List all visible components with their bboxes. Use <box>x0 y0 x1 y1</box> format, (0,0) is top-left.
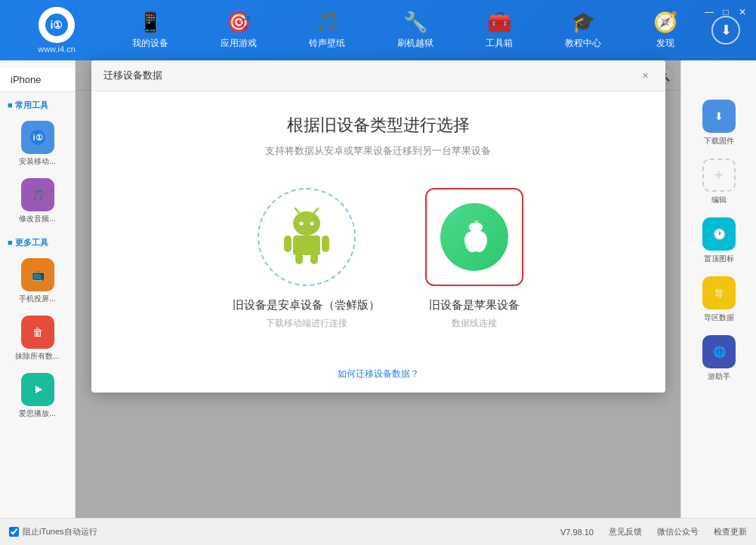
pinned-icon: 🕐 <box>702 217 736 251</box>
sidebar-section-common-tools: ■ 常用工具 <box>0 92 75 115</box>
sidebar-item-audio[interactable]: 🎵 修改音频... <box>0 172 75 229</box>
player-label: 爱思播放... <box>19 409 55 418</box>
android-option-title: 旧设备是安卓设备（尝鲜版） <box>233 298 380 313</box>
logo-area: i① www.i4.cn <box>8 7 106 54</box>
nav-ringtones-label: 铃声壁纸 <box>309 37 345 50</box>
right-sidebar: ⬇ 下载固件 + 编辑 🕐 置顶图标 导 导区数据 🌐 游助手 <box>680 60 756 518</box>
right-item-region[interactable]: 导 导区数据 <box>681 270 756 329</box>
minimize-button[interactable]: — <box>703 6 715 18</box>
modal-main-title: 根据旧设备类型进行选择 <box>287 114 470 137</box>
apple-option-sub: 数据线连接 <box>452 317 497 330</box>
nav-apps-games-label: 应用游戏 <box>221 37 257 50</box>
svg-text:🕐: 🕐 <box>712 228 726 241</box>
device-tab[interactable]: iPhone <box>0 68 75 92</box>
svg-rect-17 <box>293 236 320 255</box>
modal-header: 迁移设备数据 × <box>91 60 665 91</box>
modal-title: 迁移设备数据 <box>103 69 162 82</box>
svg-line-15 <box>295 208 299 213</box>
firmware-icon: ⬇ <box>702 100 736 133</box>
firmware-label: 下载固件 <box>704 136 734 146</box>
itunes-checkbox[interactable] <box>9 527 19 537</box>
pinned-label: 置顶图标 <box>704 254 734 264</box>
svg-text:📺: 📺 <box>31 269 45 282</box>
logo-subtitle: www.i4.cn <box>38 45 76 54</box>
svg-text:导: 导 <box>714 288 724 299</box>
install-icon: i① <box>21 121 54 154</box>
nav-apps-games[interactable]: 🎯 应用游戏 <box>208 5 269 56</box>
migrate-modal: 迁移设备数据 × 根据旧设备类型进行选择 支持将数据从安卓或苹果设备迁移到另一台… <box>91 60 665 393</box>
install-label: 安装移动... <box>19 157 55 166</box>
apple-icon-wrap <box>425 188 523 286</box>
modal-subtitle: 支持将数据从安卓或苹果设备迁移到另一台苹果设备 <box>265 144 491 158</box>
svg-point-12 <box>293 211 320 236</box>
feedback-link[interactable]: 意见反馈 <box>609 526 642 537</box>
nav-tutorial[interactable]: 🎓 教程中心 <box>553 5 613 56</box>
android-option[interactable]: 旧设备是安卓设备（尝鲜版） 下载移动端进行连接 <box>233 188 380 330</box>
add-icon[interactable]: + <box>702 159 736 192</box>
sidebar-item-wipe[interactable]: 🗑 抹除所有数... <box>0 309 75 367</box>
nav-discover-label: 发现 <box>656 37 674 50</box>
modal-close-button[interactable]: × <box>638 68 653 83</box>
apps-games-icon: 🎯 <box>227 11 251 34</box>
nav-toolbox-label: 工具箱 <box>486 37 513 50</box>
window-controls: — □ ✕ <box>703 6 748 18</box>
region-label: 导区数据 <box>704 313 734 323</box>
nav-my-device[interactable]: 📱 我的设备 <box>120 5 181 56</box>
svg-text:🌐: 🌐 <box>712 346 726 359</box>
right-item-add[interactable]: + 编辑 <box>681 152 756 211</box>
main-content: 🔍 迁移设备数据 × 根据旧设备类型进行选择 支持将数据从安卓或苹果设备迁移到另… <box>76 60 680 518</box>
region-icon: 导 <box>702 276 736 309</box>
screen-icon: 📺 <box>21 258 54 291</box>
close-button[interactable]: ✕ <box>736 6 748 18</box>
svg-text:⬇: ⬇ <box>714 110 724 122</box>
screen-label: 手机投屏... <box>19 294 55 303</box>
right-item-pinned[interactable]: 🕐 置顶图标 <box>681 211 756 270</box>
nav-items: 📱 我的设备 🎯 应用游戏 🎵 铃声壁纸 🔧 刷机越狱 🧰 工具箱 🎓 教程中心… <box>106 5 703 56</box>
help-link[interactable]: 如何迁移设备数据？ <box>338 368 419 380</box>
svg-text:i①: i① <box>51 19 63 31</box>
jailbreak-icon: 🔧 <box>403 11 427 34</box>
my-device-icon: 📱 <box>138 11 162 34</box>
android-icon-wrap <box>258 188 356 286</box>
top-nav: i① www.i4.cn 📱 我的设备 🎯 应用游戏 🎵 铃声壁纸 🔧 刷机越狱… <box>0 0 756 60</box>
toolbox-icon: 🧰 <box>487 11 511 34</box>
wipe-icon: 🗑 <box>21 316 54 349</box>
add-label: 编辑 <box>711 195 727 205</box>
sidebar-section-more-tools: ■ 更多工具 <box>0 229 75 252</box>
game-label: 游助手 <box>708 371 730 382</box>
download-button[interactable]: ⬇ <box>711 16 740 45</box>
right-item-game[interactable]: 🌐 游助手 <box>681 329 756 388</box>
right-item-firmware[interactable]: ⬇ 下载固件 <box>681 94 756 152</box>
svg-rect-18 <box>284 236 292 252</box>
device-options: 旧设备是安卓设备（尝鲜版） 下载移动端进行连接 <box>233 188 523 330</box>
player-icon <box>21 373 54 406</box>
apple-option[interactable]: 旧设备是苹果设备 数据线连接 <box>425 188 523 330</box>
nav-toolbox[interactable]: 🧰 工具箱 <box>474 5 525 56</box>
svg-text:🎵: 🎵 <box>31 189 45 202</box>
ringtones-icon: 🎵 <box>315 11 339 34</box>
wipe-label: 抹除所有数... <box>15 352 59 361</box>
maximize-button[interactable]: □ <box>720 6 732 18</box>
update-link[interactable]: 检查更新 <box>714 526 747 537</box>
sidebar-item-install[interactable]: i① 安装移动... <box>0 115 75 172</box>
nav-discover[interactable]: 🧭 发现 <box>641 5 690 56</box>
itunes-label: 阻止iTunes自动运行 <box>23 526 97 537</box>
content-area: iPhone ■ 常用工具 i① 安装移动... 🎵 修改音频... ■ 更多工… <box>0 60 756 518</box>
logo-icon: i① <box>39 7 75 43</box>
audio-icon: 🎵 <box>21 178 54 211</box>
itunes-checkbox-wrap[interactable]: 阻止iTunes自动运行 <box>9 526 97 537</box>
nav-jailbreak[interactable]: 🔧 刷机越狱 <box>385 5 446 56</box>
svg-point-13 <box>299 222 303 226</box>
nav-right: ⬇ <box>703 16 748 45</box>
svg-rect-20 <box>295 254 303 264</box>
discover-icon: 🧭 <box>653 11 677 34</box>
audio-label: 修改音频... <box>19 214 55 223</box>
sidebar-item-screen[interactable]: 📺 手机投屏... <box>0 252 75 309</box>
android-option-sub: 下载移动端进行连接 <box>266 317 347 330</box>
nav-ringtones[interactable]: 🎵 铃声壁纸 <box>297 5 357 56</box>
svg-text:i①: i① <box>32 133 42 142</box>
wechat-link[interactable]: 微信公众号 <box>657 526 699 537</box>
sidebar-item-player[interactable]: 爱思播放... <box>0 367 75 424</box>
bottom-bar: 阻止iTunes自动运行 V7.98.10 意见反馈 微信公众号 检查更新 <box>0 518 756 545</box>
svg-rect-21 <box>310 254 318 264</box>
